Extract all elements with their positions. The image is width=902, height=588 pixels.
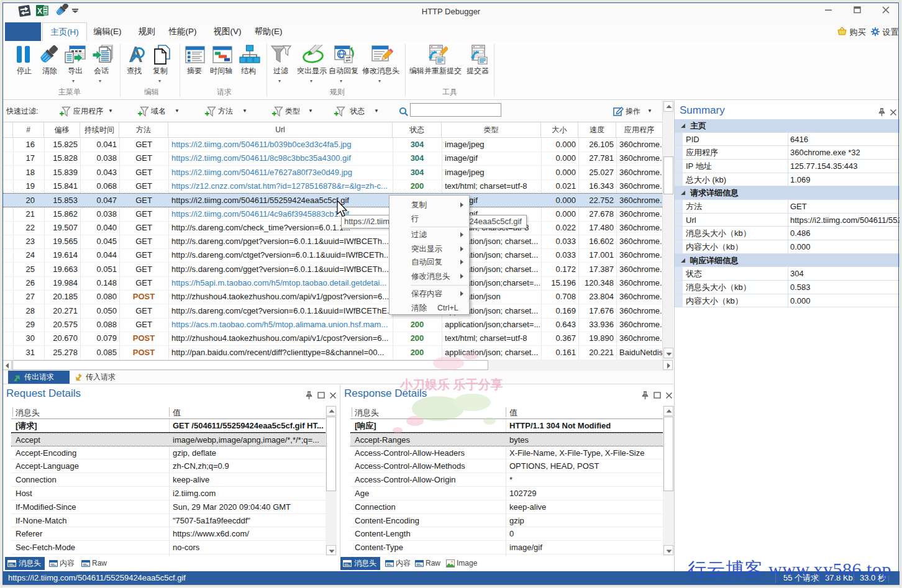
svg-text:X: X	[37, 7, 42, 16]
svg-text:小刀娱乐 乐于分享: 小刀娱乐 乐于分享	[399, 378, 503, 391]
